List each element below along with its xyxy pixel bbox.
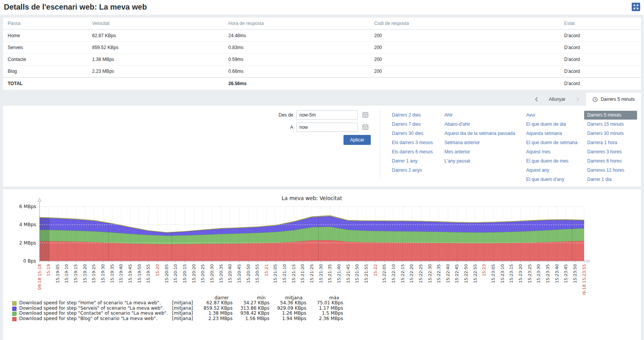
quick-range-link[interactable]: Darrer 1 any xyxy=(392,158,444,164)
svg-text:15:19:50: 15:19:50 xyxy=(137,264,142,283)
svg-text:15:22:45: 15:22:45 xyxy=(454,264,459,283)
legend-last-value: 62.87 KBps xyxy=(196,301,233,306)
page-title: Detalls de l'escenari web: La meva web xyxy=(4,3,147,11)
legend-avg-value: 1.26 MBps xyxy=(269,311,306,316)
table-cell: 200 xyxy=(370,30,560,42)
svg-text:15:20:50: 15:20:50 xyxy=(246,264,251,283)
svg-text:15:21:05: 15:21:05 xyxy=(273,264,278,283)
svg-text:15:21:40: 15:21:40 xyxy=(337,264,342,283)
time-range-tab-label: Darrers 5 minuts xyxy=(601,97,635,102)
table-cell: 859.52 KBps xyxy=(88,42,224,54)
chevron-left-icon xyxy=(535,97,538,102)
quick-range-link[interactable]: Darreres 12 hores xyxy=(584,166,637,175)
quick-range-link[interactable]: El que duem de setmana xyxy=(526,140,587,146)
apply-button[interactable]: Aplicar xyxy=(343,135,371,145)
legend-label-blog: Download speed for step "Blog" of scenar… xyxy=(18,316,172,321)
legend-avg-value: 929.09 KBps xyxy=(269,306,306,311)
svg-text:15:20:05: 15:20:05 xyxy=(164,264,169,283)
status-cell: D'acord xyxy=(560,66,641,78)
quick-range-link[interactable]: Darrers 2 anys xyxy=(392,167,444,174)
table-cell: 0.59ms xyxy=(224,54,370,66)
time-shift-left-button[interactable] xyxy=(533,97,540,102)
legend-function: [mitjana] xyxy=(172,301,196,306)
svg-text:15:22:05: 15:22:05 xyxy=(382,264,387,283)
quick-range-link[interactable]: Darrera 1 hora xyxy=(584,138,637,147)
svg-text:15:21: 15:21 xyxy=(264,264,269,276)
quick-range-link[interactable]: Abans-d'ahir xyxy=(444,121,526,128)
svg-text:15:21:30: 15:21:30 xyxy=(319,264,324,283)
svg-text:15:20:30: 15:20:30 xyxy=(210,264,215,283)
quick-range-link[interactable]: Darrers 30 minuts xyxy=(584,129,637,138)
from-calendar-button[interactable] xyxy=(361,110,370,120)
to-calendar-button[interactable] xyxy=(361,123,370,132)
quick-range-link[interactable]: Aquest mes xyxy=(526,149,587,155)
to-input[interactable] xyxy=(296,123,358,132)
status-cell: D'acord xyxy=(560,77,641,89)
quick-range-link[interactable]: El que duem d'any xyxy=(526,176,587,183)
legend-label-home: Download speed for step "Home" of scenar… xyxy=(18,301,172,306)
svg-text:15:19:05: 15:19:05 xyxy=(55,264,60,283)
table-cell: 2.23 MBps xyxy=(88,66,224,78)
legend-last-value: 859.52 KBps xyxy=(196,306,233,311)
time-range-tab[interactable]: Darrers 5 minuts xyxy=(586,93,641,106)
quick-range-link[interactable]: Aquest any xyxy=(526,167,587,174)
column-header-estat: Estat xyxy=(560,18,641,30)
quick-range-link[interactable]: Aquest dia de la setmana passada xyxy=(444,130,526,137)
table-header-row: PassaVelocitatHora de respostaCodi de re… xyxy=(3,18,641,30)
quick-range-link[interactable]: Mes anterior xyxy=(444,149,526,155)
legend-swatch-cell xyxy=(12,301,18,306)
table-cell: Blog xyxy=(3,66,88,78)
table-cell: 200 xyxy=(370,42,560,54)
table-cell: Home xyxy=(3,30,88,42)
chevron-right-icon xyxy=(576,97,579,102)
svg-text:15:22:20: 15:22:20 xyxy=(409,264,414,283)
table-cell: 200 xyxy=(370,66,560,78)
column-header-codi-de-resposta: Codi de resposta xyxy=(370,18,560,30)
velocity-graph[interactable]: La meva web: Velocitat0 Bps2 MBps4 MBps6… xyxy=(3,191,641,295)
clock-icon xyxy=(592,97,598,102)
quick-range-link[interactable]: Darrers 30 dies xyxy=(392,130,444,137)
quick-range-link[interactable]: Ahir xyxy=(444,112,526,118)
legend-swatch-cell xyxy=(12,306,18,311)
svg-text:15:23:40: 15:23:40 xyxy=(555,264,560,283)
quick-range-link[interactable]: Darreres 3 hores xyxy=(584,148,637,156)
legend-swatch-cell xyxy=(12,311,18,316)
steps-table-card: PassaVelocitatHora de respostaCodi de re… xyxy=(3,18,641,90)
svg-text:15:19:30: 15:19:30 xyxy=(101,264,106,283)
calendar-icon xyxy=(362,123,369,130)
legend-avg-value: 1.94 MBps xyxy=(269,316,306,321)
svg-text:15:23:10: 15:23:10 xyxy=(500,264,505,283)
svg-text:15:19:40: 15:19:40 xyxy=(119,264,124,283)
legend-swatch-serveis xyxy=(12,307,17,311)
svg-text:15:22:15: 15:22:15 xyxy=(400,264,405,283)
quick-range-link-selected[interactable]: Darrers 5 minuts xyxy=(584,111,637,120)
quick-range-link[interactable]: El que duem de mes xyxy=(526,158,587,164)
quick-range-link[interactable]: Darrers 15 minuts xyxy=(584,120,637,129)
legend-column-header: mín xyxy=(233,296,269,301)
quick-range-link[interactable]: Darrers 7 dies xyxy=(392,121,444,128)
svg-text:15:20: 15:20 xyxy=(155,264,160,276)
fullscreen-button[interactable] xyxy=(632,3,640,11)
quick-range-link[interactable]: Darrers 2 dies xyxy=(392,112,444,118)
quick-range-link[interactable]: Els darrers 6 mesos xyxy=(392,149,444,155)
quick-range-column-4: Darrers 5 minutsDarrers 15 minutsDarrers… xyxy=(587,112,637,180)
quick-range-link[interactable]: Darreres 6 hores xyxy=(584,157,637,166)
quick-range-link[interactable]: Setmana anterior xyxy=(444,140,526,146)
legend-label-contacte: Download speed for step "Contacte" of sc… xyxy=(18,311,172,316)
svg-text:09-18 15:23:55: 09-18 15:23:55 xyxy=(582,264,587,295)
table-cell: 0.66ms xyxy=(224,66,370,78)
legend-column-header: darrer xyxy=(196,296,233,301)
legend-swatch-home xyxy=(12,301,17,306)
svg-text:15:23:20: 15:23:20 xyxy=(518,264,523,283)
zoom-out-button[interactable]: Allunyar xyxy=(540,97,575,102)
quick-range-link[interactable]: Els darrers 3 mesos xyxy=(392,140,444,146)
quick-range-link[interactable]: Avui xyxy=(526,112,587,118)
quick-range-link[interactable]: El que duem de dia xyxy=(526,121,587,128)
quick-range-link[interactable]: L'any passat xyxy=(444,158,526,164)
from-input[interactable] xyxy=(296,110,358,120)
column-header-passa: Passa xyxy=(3,18,88,30)
quick-range-link[interactable]: Darrer 1 dia xyxy=(584,175,637,184)
quick-range-link[interactable]: Aquesta setmana xyxy=(526,130,587,137)
quick-range-column-3: AvuiEl que duem de diaAquesta setmanaEl … xyxy=(526,112,587,180)
status-cell: D'acord xyxy=(560,42,641,54)
